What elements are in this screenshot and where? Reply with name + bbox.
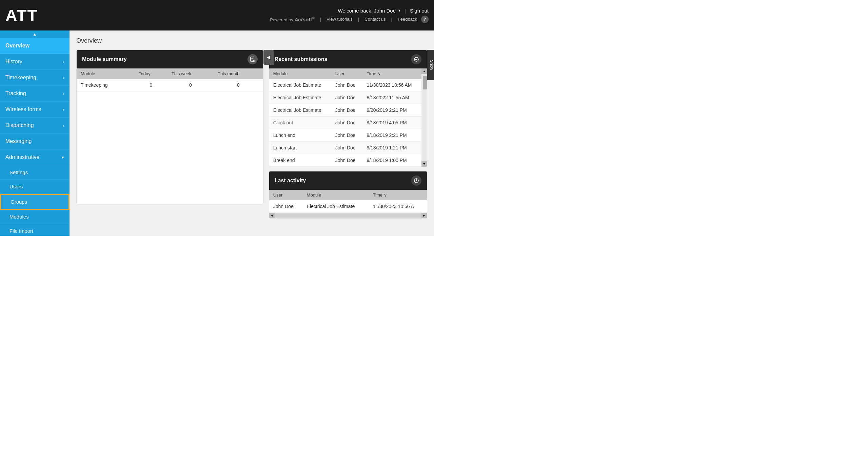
scroll-down-button[interactable]: ▼ [421, 161, 427, 167]
week-value: 0 [167, 79, 214, 91]
rs-user-4: John Doe [331, 117, 363, 129]
back-arrow-button[interactable]: ◄ [263, 50, 274, 65]
sidebar: ▲ Overview History › Timekeeping › Track… [0, 30, 70, 236]
contact-us-link[interactable]: Contact us [364, 17, 386, 22]
sidebar-item-wireless-forms[interactable]: Wireless forms › [0, 102, 70, 118]
last-activity-table: User Module Time ∨ John Doe Electrical J… [269, 190, 427, 213]
sidebar-dispatching-label: Dispatching [5, 122, 34, 128]
table-row: John Doe Electrical Job Estimate 11/30/2… [269, 200, 427, 213]
horizontal-scrollbar[interactable]: ◄ ► [269, 213, 427, 218]
sidebar-wireless-forms-label: Wireless forms [5, 106, 41, 112]
panels-row: Module summary [76, 50, 427, 219]
help-button[interactable]: ? [421, 16, 429, 23]
rs-user-7: John Doe [331, 154, 363, 167]
rs-col-time: Time ∨ [362, 68, 421, 79]
sidebar-item-administrative[interactable]: Administrative ▾ [0, 149, 70, 165]
table-row: Clock out John Doe 9/18/2019 4:05 PM [269, 117, 421, 129]
tracking-chevron-icon: › [63, 91, 64, 96]
col-today: Today [135, 68, 167, 79]
table-row: Electrical Job Estimate John Doe 11/30/2… [269, 79, 421, 91]
rs-time-2: 8/18/2022 11:55 AM [362, 91, 421, 104]
module-summary-title: Module summary [82, 56, 127, 62]
h-scroll-track[interactable] [275, 213, 421, 218]
welcome-chevron-icon[interactable]: ▾ [398, 8, 400, 13]
la-time-1: 11/30/2023 10:56 A [369, 200, 427, 213]
recent-submissions-title: Recent submissions [275, 56, 328, 62]
rs-time-4: 9/18/2019 4:05 PM [362, 117, 421, 129]
h-scroll-left-button[interactable]: ◄ [269, 213, 275, 218]
sidebar-sub-item-groups[interactable]: Groups [0, 194, 70, 210]
scroll-thumb[interactable] [423, 76, 427, 89]
col-module: Module [77, 68, 135, 79]
sidebar-users-label: Users [9, 184, 23, 189]
sort-icon[interactable]: ∨ [378, 71, 381, 76]
sidebar-modules-label: Modules [9, 214, 29, 220]
table-row: Break end John Doe 9/18/2019 1:00 PM [269, 154, 421, 167]
main-layout: ▲ Overview History › Timekeeping › Track… [0, 30, 434, 236]
main-content: Overview Module summary [70, 30, 434, 236]
sidebar-groups-label: Groups [11, 199, 27, 205]
powered-by-text: Powered by Actsoft® [270, 16, 314, 22]
sidebar-item-tracking[interactable]: Tracking › [0, 86, 70, 102]
sidebar-item-timekeeping[interactable]: Timekeeping › [0, 70, 70, 86]
sidebar-sub-item-file-import[interactable]: File import [0, 224, 70, 236]
view-tutorials-link[interactable]: View tutorials [327, 17, 353, 22]
module-summary-header: Module summary [77, 50, 263, 68]
rs-module-3: Electrical Job Estimate [269, 104, 331, 117]
right-panels-inner: Recent submissions [269, 50, 427, 219]
sidebar-overview-label: Overview [5, 43, 29, 49]
scroll-up-button[interactable]: ▲ [421, 68, 427, 74]
dispatching-chevron-icon: › [63, 123, 64, 128]
table-row: Electrical Job Estimate John Doe 9/20/20… [269, 104, 421, 117]
rs-time-3: 9/20/2019 2:21 PM [362, 104, 421, 117]
welcome-text: Welcome back, John Doe [338, 8, 396, 14]
sidebar-item-overview[interactable]: Overview [0, 38, 70, 54]
module-summary-body: Module Today This week This month Timeke… [77, 68, 263, 204]
signout-link[interactable]: Sign out [410, 8, 429, 14]
feedback-link[interactable]: Feedback [398, 17, 417, 22]
last-activity-panel: Last activity [269, 171, 427, 219]
header-top-row: Welcome back, John Doe ▾ | Sign out [338, 8, 429, 14]
sidebar-messaging-label: Messaging [5, 138, 32, 144]
sidebar-item-messaging[interactable]: Messaging [0, 134, 70, 149]
recent-submissions-panel: Recent submissions [269, 50, 427, 167]
col-month: This month [214, 68, 263, 79]
rs-module-4: Clock out [269, 117, 331, 129]
sidebar-settings-label: Settings [9, 169, 28, 175]
sidebar-sub-item-settings[interactable]: Settings [0, 165, 70, 180]
la-col-user: User [269, 190, 303, 200]
rs-user-5: John Doe [331, 129, 363, 142]
rs-time-7: 9/18/2019 1:00 PM [362, 154, 421, 167]
col-week: This week [167, 68, 214, 79]
sidebar-sub-item-modules[interactable]: Modules [0, 210, 70, 224]
recent-submissions-table: Module User Time ∨ Electrical Job Estima… [269, 68, 421, 167]
module-summary-icon[interactable] [248, 54, 258, 64]
la-col-time: Time ∨ [369, 190, 427, 200]
rs-user-2: John Doe [331, 91, 363, 104]
h-scroll-right-button[interactable]: ► [421, 213, 427, 218]
header-right: Welcome back, John Doe ▾ | Sign out Powe… [270, 8, 429, 23]
sidebar-file-import-label: File import [9, 228, 33, 234]
vertical-scrollbar[interactable]: ▲ ▼ [421, 68, 427, 167]
last-activity-icon[interactable] [411, 176, 421, 186]
sidebar-scroll-up[interactable]: ▲ [0, 30, 70, 38]
rs-user-3: John Doe [331, 104, 363, 117]
header-bottom-row: Powered by Actsoft® | View tutorials | C… [270, 16, 429, 23]
show-tab[interactable]: Show [427, 50, 434, 80]
sidebar-history-label: History [5, 59, 22, 65]
la-sort-icon[interactable]: ∨ [384, 192, 387, 198]
sidebar-item-dispatching[interactable]: Dispatching › [0, 118, 70, 134]
rs-user-6: John Doe [331, 142, 363, 154]
rs-module-7: Break end [269, 154, 331, 167]
last-activity-header: Last activity [269, 171, 427, 190]
rs-time-1: 11/30/2023 10:56 AM [362, 79, 421, 91]
today-value: 0 [135, 79, 167, 91]
recent-submissions-icon[interactable] [411, 54, 421, 64]
module-summary-panel: Module summary [76, 50, 263, 204]
sidebar-item-history[interactable]: History › [0, 54, 70, 70]
sidebar-sub-item-users[interactable]: Users [0, 180, 70, 194]
wireless-forms-chevron-icon: › [63, 107, 64, 112]
rs-user-1: John Doe [331, 79, 363, 91]
rs-module-5: Lunch end [269, 129, 331, 142]
recent-submissions-table-container: Module User Time ∨ Electrical Job Estima… [269, 68, 427, 167]
